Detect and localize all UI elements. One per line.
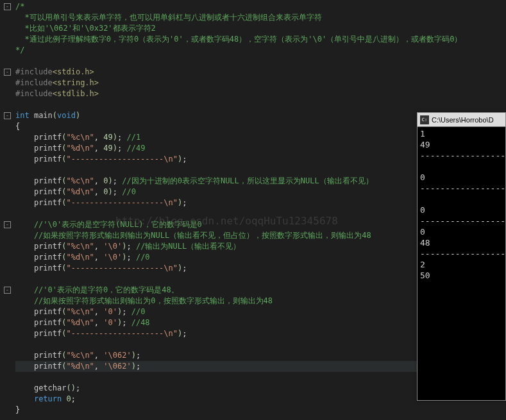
code-line[interactable]: printf("--------------------\n");: [15, 328, 462, 339]
code-line[interactable]: //如果按照字符形式输出则输出为NULL（输出看不见，但占位），按照数字形式输出…: [15, 230, 462, 241]
code-line[interactable]: #include<string.h>: [15, 78, 462, 88]
code-line[interactable]: printf("%c\n", 49); //1: [15, 132, 462, 143]
code-line[interactable]: /*: [15, 1, 462, 12]
code-line[interactable]: //'0'表示的是字符0，它的数字码是48。: [15, 285, 462, 296]
cmd-icon: [420, 115, 429, 124]
code-line[interactable]: printf("%d\n", '\0'); //0: [15, 252, 462, 263]
code-line[interactable]: */: [15, 45, 462, 56]
code-line[interactable]: printf("%d\n", 0); //0: [15, 187, 462, 197]
console-title: C:\Users\Horrobo\D: [432, 116, 494, 124]
fold-toggle[interactable]: -: [4, 69, 11, 76]
code-line[interactable]: int main(void): [15, 110, 462, 121]
code-area[interactable]: /* *可以用单引号来表示单字符，也可以用单斜杠与八进制或者十六进制组合来表示单…: [15, 0, 462, 416]
code-line[interactable]: [15, 372, 462, 383]
code-line[interactable]: return 0;: [15, 394, 462, 405]
code-line[interactable]: //'\0'表示的是空字符(NULL)，它的数字码是0: [15, 219, 462, 230]
code-line[interactable]: {: [15, 121, 462, 132]
code-line[interactable]: [15, 339, 462, 350]
code-line[interactable]: printf("%d\n", '0'); //48: [15, 317, 462, 328]
code-line[interactable]: //如果按照字符形式输出则输出为0，按照数字形式输出，则输出为48: [15, 296, 462, 307]
fold-toggle[interactable]: -: [4, 221, 11, 228]
code-line[interactable]: printf("%d\n", 49); //49: [15, 143, 462, 154]
console-output: 1 49 -------------------- 0 ------------…: [417, 127, 505, 282]
code-line[interactable]: #include<stdio.h>: [15, 67, 462, 78]
fold-toggle[interactable]: -: [4, 287, 11, 294]
code-line[interactable]: printf("%c\n", '0'); //0: [15, 307, 462, 317]
code-line[interactable]: printf("%c\n", '\0'); //输出为NULL（输出看不见）: [15, 241, 462, 252]
code-line[interactable]: [15, 56, 462, 67]
code-line[interactable]: printf("--------------------\n");: [15, 263, 462, 274]
code-line[interactable]: *可以用单引号来表示单字符，也可以用单斜杠与八进制或者十六进制组合来表示单字符: [15, 12, 462, 23]
code-line[interactable]: printf("%d\n", '\062');: [15, 361, 462, 372]
code-line[interactable]: *通过此例子理解纯数字0，字符0（表示为'0'，或者数字码48），空字符（表示为…: [15, 34, 462, 45]
code-line[interactable]: printf("%c\n", 0); //因为十进制的0表示空字符NULL，所以…: [15, 176, 462, 187]
fold-gutter: -----: [0, 0, 15, 420]
code-line[interactable]: [15, 165, 462, 176]
code-line[interactable]: [15, 274, 462, 285]
code-line[interactable]: [15, 208, 462, 219]
code-line[interactable]: printf("--------------------\n");: [15, 197, 462, 208]
fold-toggle[interactable]: -: [4, 112, 11, 119]
console-titlebar[interactable]: C:\Users\Horrobo\D: [417, 113, 505, 127]
code-line[interactable]: #include<stdlib.h>: [15, 88, 462, 99]
code-line[interactable]: getchar();: [15, 383, 462, 394]
code-line[interactable]: printf("%c\n", '\062');: [15, 350, 462, 361]
code-line[interactable]: *比如'\062'和'\0x32'都表示字符2: [15, 23, 462, 34]
code-line[interactable]: }: [15, 405, 462, 416]
code-line[interactable]: [15, 99, 462, 110]
code-line[interactable]: printf("--------------------\n");: [15, 154, 462, 165]
console-window[interactable]: C:\Users\Horrobo\D 1 49 ----------------…: [417, 112, 506, 401]
fold-toggle[interactable]: -: [4, 3, 11, 10]
